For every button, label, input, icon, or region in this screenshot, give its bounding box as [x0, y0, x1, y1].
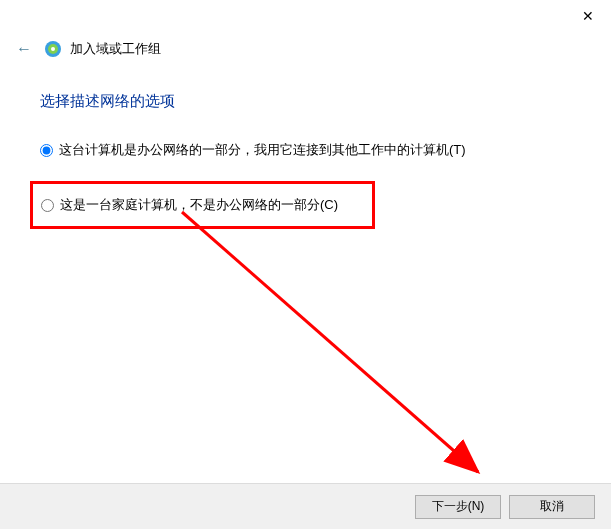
network-type-radio-group: 这台计算机是办公网络的一部分，我用它连接到其他工作中的计算机(T) 这是一台家庭…: [40, 139, 571, 229]
svg-line-4: [182, 212, 478, 472]
radio-option-office[interactable]: 这台计算机是办公网络的一部分，我用它连接到其他工作中的计算机(T): [40, 139, 571, 161]
radio-home-input[interactable]: [41, 199, 54, 212]
annotation-highlight-box: 这是一台家庭计算机，不是办公网络的一部分(C): [30, 181, 375, 229]
close-icon: ✕: [582, 8, 594, 24]
radio-home-label: 这是一台家庭计算机，不是办公网络的一部分(C): [60, 196, 338, 214]
annotation-arrow: [180, 210, 500, 490]
radio-office-label: 这台计算机是办公网络的一部分，我用它连接到其他工作中的计算机(T): [59, 141, 466, 159]
window-titlebar: ✕: [0, 0, 611, 32]
wizard-button-bar: 下一步(N) 取消: [0, 483, 611, 529]
radio-office-input[interactable]: [40, 144, 53, 157]
radio-option-home[interactable]: 这是一台家庭计算机，不是办公网络的一部分(C): [41, 194, 364, 216]
next-button[interactable]: 下一步(N): [415, 495, 501, 519]
close-button[interactable]: ✕: [565, 0, 611, 32]
wizard-title: 加入域或工作组: [70, 40, 161, 58]
wizard-header: ← 加入域或工作组: [0, 32, 611, 68]
page-heading: 选择描述网络的选项: [40, 92, 571, 111]
cancel-button[interactable]: 取消: [509, 495, 595, 519]
network-wizard-icon: [44, 40, 62, 58]
back-button[interactable]: ←: [12, 38, 36, 60]
wizard-content: 选择描述网络的选项 这台计算机是办公网络的一部分，我用它连接到其他工作中的计算机…: [0, 68, 611, 229]
svg-point-2: [51, 47, 55, 51]
